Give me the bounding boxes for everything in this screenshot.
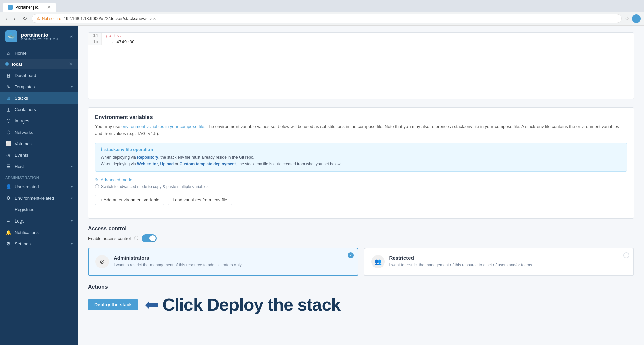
registries-icon: ⬚ — [5, 207, 11, 212]
enable-access-row: Enable access control ⓘ — [88, 234, 634, 242]
click-deploy-text: Click Deploy the stack — [162, 295, 340, 315]
env-close-button[interactable]: ✕ — [69, 61, 73, 67]
reload-button[interactable]: ↻ — [20, 14, 29, 23]
code-line-14: 14 ports: — [88, 33, 634, 39]
images-label: Images — [15, 118, 73, 124]
browser-toolbar: ‹ › ↻ ⚠ Not secure 192.168.1.18:9000/#!/… — [0, 12, 644, 26]
info-box-line1: When deploying via Repository, the stack… — [101, 154, 621, 161]
env-compose-link[interactable]: environment variables in your compose fi… — [121, 124, 204, 129]
sidebar-item-home[interactable]: ⌂ Home — [0, 47, 78, 59]
restricted-title: Restricted — [389, 255, 532, 261]
sidebar-collapse-button[interactable]: « — [70, 33, 73, 39]
administrators-content: Administrators I want to restrict the ma… — [114, 255, 242, 268]
address-bar[interactable]: ⚠ Not secure 192.168.1.18:9000/#!/2/dock… — [32, 14, 622, 23]
advanced-mode-sub[interactable]: ⓘ Switch to advanced mode to copy & past… — [95, 184, 627, 189]
env-name: local — [12, 62, 65, 67]
home-label: Home — [15, 51, 73, 56]
volumes-icon: ⬜ — [5, 141, 11, 146]
forward-button[interactable]: › — [12, 14, 17, 23]
info-box-title: ℹ stack.env file operation — [101, 147, 621, 152]
actions-section: Actions Deploy the stack ⬅ Click Deploy … — [88, 284, 634, 315]
env-actions-row: + Add an environment variable Load varia… — [95, 195, 627, 205]
sidebar-item-templates[interactable]: ✎ Templates ▾ — [0, 81, 78, 92]
restricted-icon: 👥 — [371, 255, 385, 268]
templates-chevron: ▾ — [71, 85, 73, 89]
sidebar-item-containers[interactable]: ◫ Containers — [0, 104, 78, 115]
access-card-administrators[interactable]: ⊘ Administrators I want to restrict the … — [88, 248, 358, 276]
tab-close-button[interactable]: ✕ — [47, 5, 51, 10]
advanced-mode-toggle[interactable]: ✎ Advanced mode — [95, 177, 627, 182]
back-button[interactable]: ‹ — [3, 14, 9, 23]
access-control-section: Access control Enable access control ⓘ ⊘… — [88, 226, 634, 276]
dashboard-label: Dashboard — [15, 73, 73, 78]
templates-icon: ✎ — [5, 84, 11, 89]
info-tooltip-icon: ⓘ — [134, 235, 138, 241]
user-related-icon: 👤 — [5, 184, 11, 189]
access-card-restricted[interactable]: 👥 Restricted I want to restrict the mana… — [364, 248, 634, 276]
stacks-icon: ⊞ — [5, 95, 11, 101]
sidebar-item-stacks[interactable]: ⊞ Stacks — [0, 92, 78, 104]
code-line-15: 15 - 4749:80 — [88, 39, 634, 45]
registries-label: Registries — [15, 207, 73, 212]
settings-label: Settings — [15, 241, 68, 246]
containers-icon: ◫ — [5, 107, 11, 112]
logo-icon: 🐳 — [5, 30, 17, 42]
networks-icon: ⬡ — [5, 130, 11, 135]
sidebar-item-user-related[interactable]: 👤 User-related ▾ — [0, 181, 78, 192]
arrow-icon: ⬅ — [145, 296, 159, 313]
access-control-toggle[interactable] — [142, 234, 157, 242]
sidebar-item-logs[interactable]: ≡ Logs ▾ — [0, 215, 78, 227]
administrators-icon: ⊘ — [95, 255, 109, 268]
user-related-label: User-related — [15, 184, 68, 189]
profile-avatar[interactable] — [632, 14, 641, 23]
sidebar-item-settings[interactable]: ⚙ Settings ▾ — [0, 238, 78, 249]
security-label: Not secure — [42, 16, 61, 21]
env-related-icon: ⚙ — [5, 195, 11, 201]
bookmark-button[interactable]: ☆ — [625, 15, 629, 22]
sidebar-item-notifications[interactable]: 🔔 Notifications — [0, 227, 78, 238]
administrators-radio[interactable]: ✓ — [348, 252, 354, 258]
sidebar-item-host[interactable]: ☰ Host ▾ — [0, 161, 78, 172]
logs-icon: ≡ — [5, 218, 11, 224]
sidebar-item-env-related[interactable]: ⚙ Environment-related ▾ — [0, 192, 78, 204]
administrators-title: Administrators — [114, 255, 242, 261]
enable-label: Enable access control — [88, 236, 131, 241]
edition-label: Community Edition — [21, 38, 58, 41]
user-related-chevron: ▾ — [71, 185, 73, 189]
sidebar-item-dashboard[interactable]: ▦ Dashboard — [0, 69, 78, 81]
sidebar-item-images[interactable]: ⬡ Images — [0, 115, 78, 127]
sidebar-item-networks[interactable]: ⬡ Networks — [0, 127, 78, 138]
settings-icon: ⚙ — [5, 241, 11, 246]
containers-label: Containers — [15, 107, 73, 112]
env-variables-section: Environment variables You may use enviro… — [88, 107, 634, 219]
access-control-heading: Access control — [88, 226, 634, 232]
sidebar-item-registries[interactable]: ⬚ Registries — [0, 204, 78, 215]
sidebar-item-volumes[interactable]: ⬜ Volumes — [0, 138, 78, 149]
info-box-line2: When deploying via Web editor, Upload or… — [101, 161, 621, 167]
env-section-desc: You may use environment variables in you… — [95, 123, 627, 137]
env-info-box: ℹ stack.env file operation When deployin… — [95, 143, 627, 172]
restricted-radio[interactable] — [623, 252, 629, 258]
load-env-vars-button[interactable]: Load variables from .env file — [168, 195, 232, 205]
code-empty-space — [88, 45, 634, 99]
env-related-chevron: ▾ — [71, 196, 73, 200]
restricted-desc: I want to restrict the management of thi… — [389, 262, 532, 268]
code-key-ports: ports: — [106, 33, 122, 38]
notifications-label: Notifications — [15, 230, 73, 235]
browser-tab[interactable]: Portainer | lo... ✕ — [3, 3, 56, 12]
deploy-stack-button[interactable]: Deploy the stack — [88, 299, 138, 310]
templates-label: Templates — [15, 84, 68, 89]
info-circle-icon: ℹ — [101, 147, 102, 152]
admin-section-title: Administration — [0, 172, 78, 181]
browser-chrome: Portainer | lo... ✕ ‹ › ↻ ⚠ Not secure 1… — [0, 0, 644, 26]
logs-label: Logs — [15, 218, 68, 224]
info-icon-small: ⓘ — [95, 184, 99, 189]
host-label: Host — [15, 164, 68, 169]
sidebar-item-events[interactable]: ◷ Events — [0, 149, 78, 161]
access-cards-container: ⊘ Administrators I want to restrict the … — [88, 248, 634, 276]
sidebar: 🐳 portainer.io Community Edition « ⌂ Hom… — [0, 26, 78, 345]
dashboard-icon: ▦ — [5, 72, 11, 78]
url-display: 192.168.1.18:9000/#!/2/docker/stacks/new… — [63, 16, 156, 21]
home-icon: ⌂ — [5, 50, 11, 56]
add-env-var-button[interactable]: + Add an environment variable — [95, 195, 164, 205]
